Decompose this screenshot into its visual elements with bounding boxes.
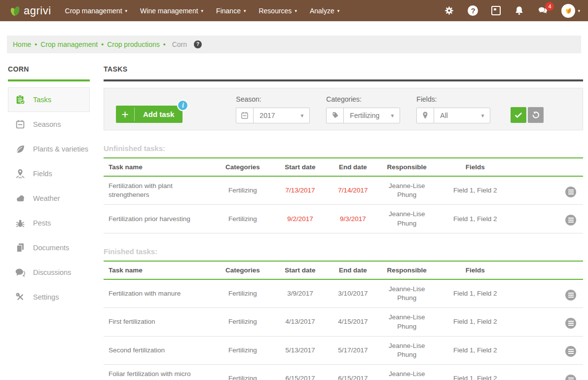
task-name: First fertilization: [104, 308, 214, 336]
row-menu-icon[interactable]: [565, 375, 576, 380]
sidebar-item-discussions[interactable]: Discussions: [8, 260, 90, 285]
task-responsible: Jeanne-Lise Phung: [377, 279, 437, 308]
messages-wrap: 4: [538, 5, 548, 16]
chevron-down-icon: ▾: [201, 8, 204, 13]
col-start-date: Start date: [271, 158, 329, 176]
breadcrumb-crop-management[interactable]: Crop management: [40, 40, 98, 48]
season-select[interactable]: 2017 ▼: [236, 108, 310, 123]
categories-select[interactable]: Fertilizing ▼: [326, 108, 400, 123]
task-end-date: 5/17/2017: [329, 336, 377, 364]
add-task-button[interactable]: + Add task: [116, 106, 183, 123]
breadcrumb-home[interactable]: Home: [13, 40, 31, 48]
task-name: Fertilization prior harvesting: [104, 205, 214, 233]
finished-tasks-title: Finished tasks:: [104, 247, 583, 256]
notifications-bell-icon[interactable]: [514, 5, 524, 16]
task-category: Fertilizing: [214, 176, 272, 205]
col-task-name: Task name: [104, 261, 214, 279]
row-menu-icon[interactable]: [565, 346, 576, 357]
filter-bar: + Add task i Season:: [104, 88, 583, 130]
task-start-date: 3/9/2017: [271, 279, 329, 308]
help-icon[interactable]: ?: [468, 5, 478, 16]
nav-item-analyze[interactable]: Analyze▾: [310, 7, 339, 15]
task-start-date: 9/2/2017: [271, 205, 329, 233]
task-end-date: 7/14/2017: [329, 176, 377, 205]
breadcrumb-crop-productions[interactable]: Crop productions: [107, 40, 160, 48]
navbar-actions: ? 4 ▾: [444, 4, 580, 18]
apply-filters-button[interactable]: [511, 107, 526, 123]
breadcrumb-separator: •: [35, 40, 37, 48]
sidebar-item-plants-varieties[interactable]: Plants & varieties: [8, 137, 90, 161]
task-name: Foliar fertilization with micro nutrient…: [104, 365, 214, 380]
nav-item-crop-management[interactable]: Crop management▾: [65, 7, 127, 15]
tools-icon: [15, 292, 26, 303]
sidebar-item-tasks[interactable]: Tasks: [8, 87, 90, 112]
discussion-bubble-icon: [15, 267, 26, 278]
table-header-row: Task name Categories Start date End date…: [104, 261, 583, 279]
calendar-icon[interactable]: [491, 6, 501, 15]
user-menu[interactable]: ▾: [561, 4, 580, 18]
col-responsible: Responsible: [377, 261, 437, 279]
sidebar-item-documents[interactable]: Documents: [8, 235, 90, 260]
nav-item-finance[interactable]: Finance▾: [216, 7, 246, 15]
finished-tasks-table: Task name Categories Start date End date…: [104, 261, 583, 380]
task-responsible: Jeanne-Lise Phung: [377, 205, 437, 233]
chevron-down-icon: ▾: [294, 8, 297, 13]
nav-item-resources[interactable]: Resources▾: [258, 7, 296, 15]
fields-select[interactable]: All ▼: [416, 108, 490, 123]
fields-filter: Fields: All ▼: [416, 95, 490, 123]
nav-item-wine-management[interactable]: Wine management▾: [140, 7, 203, 15]
app-logo[interactable]: agrivi: [8, 3, 51, 18]
table-row: Fertilization with manure Fertilizing 3/…: [104, 279, 583, 308]
col-task-name: Task name: [104, 158, 214, 176]
chevron-down-icon: ▼: [299, 113, 304, 118]
row-menu-icon[interactable]: [565, 290, 576, 301]
logo-text: agrivi: [24, 4, 51, 17]
task-responsible: Jeanne-Lise Phung: [377, 308, 437, 336]
bug-icon: [15, 218, 26, 228]
table-header-row: Task name Categories Start date End date…: [104, 158, 583, 176]
top-navbar: agrivi Crop management▾ Wine management▾…: [0, 0, 588, 21]
tag-icon: [327, 108, 344, 123]
cloud-icon: [15, 193, 26, 204]
row-menu-icon[interactable]: [565, 215, 576, 226]
agrivi-leaf-icon: [8, 3, 23, 18]
breadcrumb-help-icon[interactable]: ?: [194, 40, 202, 48]
task-start-date: 7/13/2017: [271, 176, 329, 205]
fields-label: Fields:: [416, 95, 490, 103]
task-name: Fertilization with manure: [104, 279, 214, 308]
categories-label: Categories:: [326, 95, 400, 103]
chevron-down-icon: ▼: [390, 113, 395, 118]
task-end-date: 4/15/2017: [329, 308, 377, 336]
map-pin-icon: [417, 108, 434, 123]
task-responsible: Jeanne-Lise Phung: [377, 365, 437, 380]
row-menu-icon[interactable]: [565, 187, 576, 197]
reset-filters-button[interactable]: [528, 107, 544, 123]
chevron-down-icon: ▾: [337, 8, 340, 13]
tasks-panel: TASKS + Add task i Season:: [104, 65, 583, 380]
season-filter: Season: 2017 ▼: [236, 95, 310, 123]
plus-icon: +: [116, 106, 134, 123]
sidebar-item-seasons[interactable]: Seasons: [8, 112, 90, 137]
sidebar-title: CORN: [8, 65, 90, 73]
settings-gear-icon[interactable]: [444, 5, 454, 16]
check-icon: [514, 110, 523, 120]
sidebar-item-settings[interactable]: Settings: [8, 285, 90, 309]
col-end-date: End date: [329, 261, 377, 279]
task-category: Fertilizing: [214, 205, 272, 233]
page-title: TASKS: [104, 65, 583, 73]
page-title-rule: [104, 79, 583, 81]
row-menu-icon[interactable]: [565, 318, 576, 329]
sidebar-item-fields[interactable]: Fields: [8, 161, 90, 186]
col-responsible: Responsible: [377, 158, 437, 176]
fields-value: All: [434, 112, 448, 119]
sidebar-item-weather[interactable]: Weather: [8, 186, 90, 211]
task-end-date: 3/10/2017: [329, 279, 377, 308]
task-fields: Field 1, Field 2: [437, 365, 514, 380]
unfinished-tasks-table: Task name Categories Start date End date…: [104, 157, 583, 233]
table-row: Fertilization with plant strengtheners F…: [104, 176, 583, 205]
sidebar-item-pests[interactable]: Pests: [8, 211, 90, 235]
task-start-date: 5/13/2017: [271, 336, 329, 364]
info-icon[interactable]: i: [177, 100, 188, 111]
col-actions: [514, 261, 583, 279]
main-menu: Crop management▾ Wine management▾ Financ…: [65, 7, 340, 15]
